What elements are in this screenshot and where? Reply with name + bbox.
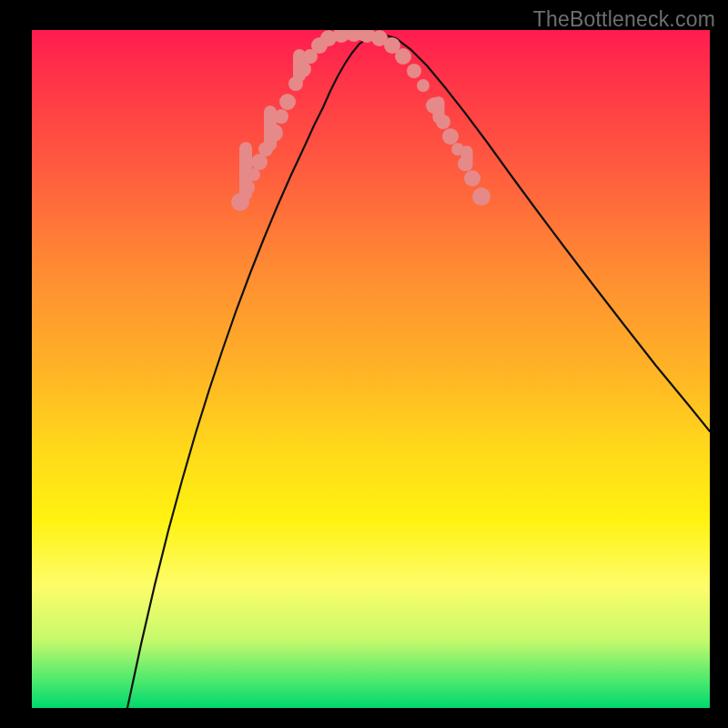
marker-dot <box>274 109 288 124</box>
marker-dot <box>472 187 490 206</box>
marker-dot <box>417 79 430 92</box>
marker-dot <box>451 143 464 156</box>
watermark-text: TheBottleneck.com <box>533 7 715 32</box>
marker-dot <box>240 180 255 195</box>
frame: TheBottleneck.com <box>0 0 728 728</box>
marker-dot <box>258 142 273 157</box>
marker-dot <box>231 193 249 211</box>
marker-dot <box>464 170 480 187</box>
marker-dot <box>407 64 421 78</box>
marker-dot <box>248 168 260 181</box>
marker-dot <box>458 157 472 171</box>
marker-dot <box>442 128 459 145</box>
marker-dot <box>288 76 303 91</box>
plot-area <box>32 30 710 708</box>
marker-dot <box>436 115 450 129</box>
marker-dot <box>395 48 411 65</box>
chart-svg <box>32 30 710 708</box>
bottleneck-curve <box>127 35 710 708</box>
marker-dot <box>426 97 442 114</box>
marker-dot <box>279 94 296 110</box>
marker-dot <box>265 124 283 142</box>
